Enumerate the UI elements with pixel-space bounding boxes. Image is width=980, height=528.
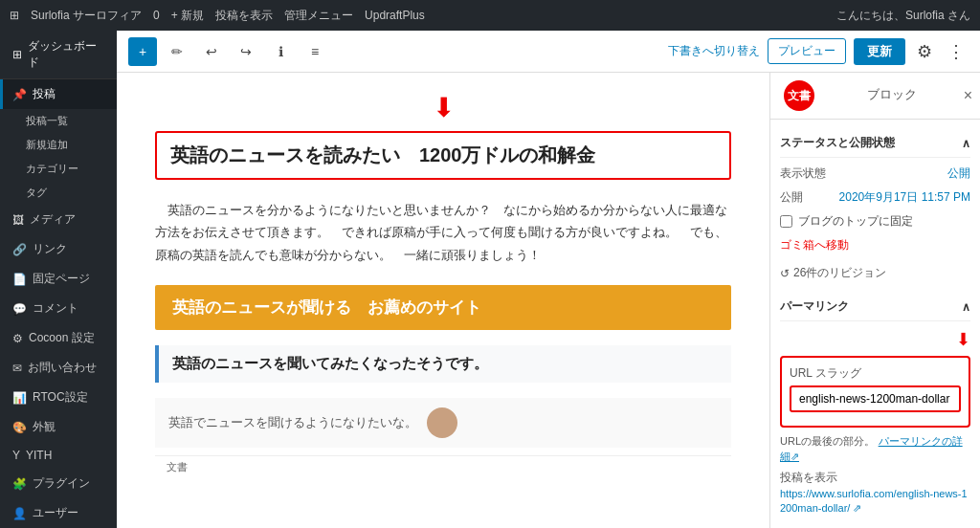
greeting: こんにちは、Surlofia さん: [836, 8, 970, 24]
blue-border-block: 英語のニュースを聞いてみたくなったそうです。: [155, 345, 731, 383]
trash-link[interactable]: ゴミ箱へ移動: [780, 238, 849, 252]
rtoc-label: RTOC設定: [33, 389, 88, 406]
blue-border-text: 英語のニュースを聞いてみたくなったそうです。: [172, 355, 488, 371]
update-button[interactable]: 更新: [854, 38, 905, 65]
status-chevron-icon: ∧: [962, 137, 970, 150]
edit-post[interactable]: 投稿を表示: [215, 8, 273, 24]
url-slug-input[interactable]: [790, 385, 961, 412]
wp-logo[interactable]: ⊞: [10, 9, 19, 22]
revisions-section: ↺ 26件のリビジョン: [780, 265, 970, 281]
sidebar-item-comments[interactable]: 💬 コメント: [0, 294, 117, 323]
content-area: + ✏ ↩ ↪ ℹ ≡ 下書きへ切り替え プレビュー 更新 ⚙ ⋮: [117, 31, 980, 528]
url-slug-label: URL スラッグ: [790, 365, 961, 382]
sidebar-item-contact[interactable]: ✉ お問い合わせ: [0, 353, 117, 383]
redo-button[interactable]: ↪: [232, 37, 260, 66]
post-list-label: 投稿一覧: [26, 114, 68, 128]
sidebar-item-pages[interactable]: 📄 固定ページ: [0, 264, 117, 294]
display-state-label: 表示状態: [780, 165, 826, 182]
cocoon-label: Cocoon 設定: [29, 330, 95, 346]
dashboard-icon: ⊞: [12, 48, 22, 61]
publish-label: 公開: [780, 189, 803, 206]
appearance-label: 外観: [33, 419, 56, 435]
sidebar-item-add-new[interactable]: 新規追加: [19, 133, 117, 157]
draft-button[interactable]: 下書きへ切り替え: [668, 43, 760, 59]
sidebar-item-dashboard[interactable]: ⊞ ダッシュボード: [0, 31, 117, 78]
pages-icon: 📄: [12, 273, 27, 286]
dashboard-label: ダッシュボード: [28, 38, 107, 71]
contact-icon: ✉: [12, 362, 22, 375]
admin-menu[interactable]: 管理メニュー: [284, 8, 353, 24]
add-block-button[interactable]: +: [128, 37, 157, 66]
permalink-header[interactable]: パーマリンク ∧: [780, 293, 970, 321]
sidebar-item-rtoc[interactable]: 📊 RTOC設定: [0, 383, 117, 412]
pen-button[interactable]: ✏: [163, 37, 191, 66]
plugins-icon: 🧩: [12, 477, 27, 491]
tab-block[interactable]: ブロック: [828, 78, 956, 113]
preview-button[interactable]: プレビュー: [768, 38, 846, 64]
links-icon: 🔗: [12, 243, 27, 256]
more-options-button[interactable]: ⋮: [944, 37, 969, 66]
sidebar-item-posts[interactable]: 📌 投稿: [0, 79, 117, 109]
sidebar-item-plugins[interactable]: 🧩 プラグイン: [0, 469, 117, 498]
permalink-header-label: パーマリンク: [780, 298, 849, 315]
info-icon: ℹ: [278, 44, 283, 59]
info-button[interactable]: ℹ: [266, 37, 295, 66]
undo-icon: ↩: [206, 44, 217, 59]
right-panel: 文書 ブロック × ステータスと公開状態 ∧: [769, 73, 980, 528]
list-icon: ≡: [311, 44, 319, 59]
sidebar-item-post-list[interactable]: 投稿一覧: [19, 109, 117, 133]
redo-icon: ↪: [240, 44, 252, 59]
categories-label: カテゴリー: [26, 162, 78, 176]
sidebar-item-categories[interactable]: カテゴリー: [19, 157, 117, 181]
contact-label: お問い合わせ: [28, 360, 97, 376]
posts-icon: 📌: [12, 88, 27, 101]
revisions-label: 26件のリビジョン: [793, 265, 886, 281]
sidebar-item-users[interactable]: 👤 ユーザー: [0, 498, 117, 528]
pin-checkbox[interactable]: [780, 215, 792, 228]
users-label: ユーザー: [33, 505, 78, 521]
publish-date-value[interactable]: 2020年9月17日 11:57 PM: [839, 189, 970, 206]
post-title-block[interactable]: 英語のニュースを読みたい 1200万ドルの和解金: [155, 131, 731, 180]
sidebar-item-yith[interactable]: Y YITH: [0, 442, 117, 469]
tab-block-label: ブロック: [867, 87, 917, 101]
site-name[interactable]: Surlofia サーロフィア: [31, 8, 142, 24]
editor-body: ⬇ 英語のニュースを読みたい 1200万ドルの和解金 英語のニュースを分かるよう…: [117, 73, 980, 528]
revisions-icon: ↺: [780, 267, 790, 280]
sidebar-item-cocoon[interactable]: ⚙ Cocoon 設定: [0, 323, 117, 353]
panel-body: ステータスと公開状態 ∧ 表示状態 公開 公開 2020年9月17日 11:57…: [770, 120, 980, 528]
yith-icon: Y: [12, 449, 20, 462]
appearance-icon: 🎨: [12, 421, 27, 434]
editor-main: ⬇ 英語のニュースを読みたい 1200万ドルの和解金 英語のニュースを分かるよう…: [117, 73, 769, 528]
revisions-row[interactable]: ↺ 26件のリビジョン: [780, 265, 970, 281]
full-url-link[interactable]: https://www.surlofia.com/english-news-12…: [780, 488, 968, 514]
sidebar-item-media[interactable]: 🖼 メディア: [0, 205, 117, 234]
status-section-header[interactable]: ステータスと公開状態 ∧: [780, 129, 970, 158]
quote-text: 英語でニュースを聞けるようになりたいな。: [168, 414, 417, 431]
add-new-label: 新規追加: [26, 138, 68, 152]
sidebar-item-tags[interactable]: タグ: [19, 181, 117, 205]
undo-button[interactable]: ↩: [197, 37, 226, 66]
add-icon: +: [139, 44, 146, 59]
tab-doc-label: 文書: [788, 88, 811, 104]
plugin-label[interactable]: UpdraftPlus: [365, 9, 425, 22]
yellow-banner-text: 英語のニュースが聞ける お薦めのサイト: [172, 298, 481, 317]
display-state-value[interactable]: 公開: [947, 165, 970, 182]
permalink-chevron-icon: ∧: [962, 300, 970, 314]
settings-gear-button[interactable]: ⚙: [913, 37, 936, 66]
comment-count[interactable]: 0: [153, 9, 160, 22]
pages-label: 固定ページ: [33, 271, 90, 287]
panel-close-button[interactable]: ×: [956, 83, 980, 108]
red-arrow-title: ⬇: [155, 92, 731, 123]
panel-tabs: 文書 ブロック ×: [770, 73, 980, 120]
sidebar-item-appearance[interactable]: 🎨 外観: [0, 412, 117, 442]
publish-date-row: 公開 2020年9月17日 11:57 PM: [780, 189, 970, 206]
pin-label: ブログのトップに固定: [798, 213, 913, 230]
list-button[interactable]: ≡: [301, 37, 329, 66]
url-helper-text: URLの最後の部分。: [780, 435, 875, 447]
links-label: リンク: [33, 241, 67, 257]
new-post[interactable]: + 新規: [171, 8, 204, 24]
tab-document[interactable]: 文書: [784, 80, 814, 111]
comments-icon: 💬: [12, 302, 27, 316]
yith-label: YITH: [26, 449, 52, 462]
sidebar-item-links[interactable]: 🔗 リンク: [0, 234, 117, 264]
